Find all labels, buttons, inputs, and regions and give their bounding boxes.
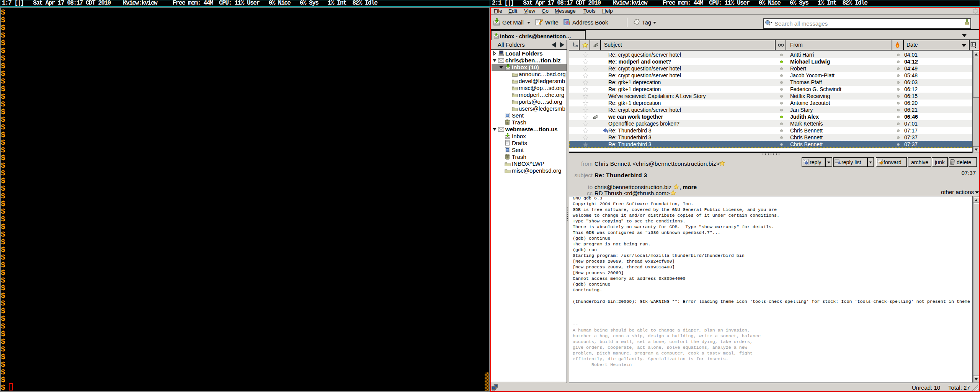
svg-text:@: @ bbox=[565, 20, 569, 24]
